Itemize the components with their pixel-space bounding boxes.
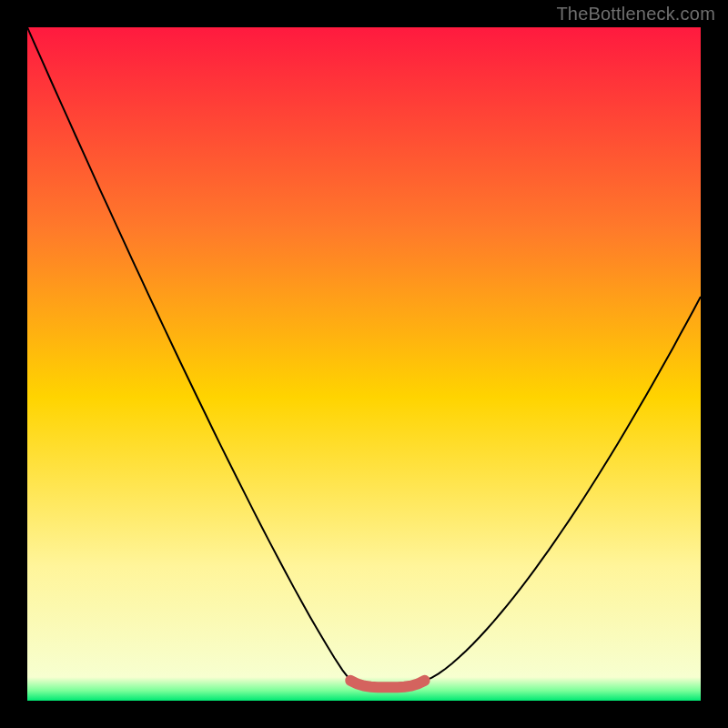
chart-svg <box>27 27 701 701</box>
chart-frame: TheBottleneck.com <box>0 0 728 728</box>
watermark-text: TheBottleneck.com <box>556 4 715 25</box>
gradient-background <box>27 27 701 701</box>
chart-plot-area <box>27 27 701 701</box>
